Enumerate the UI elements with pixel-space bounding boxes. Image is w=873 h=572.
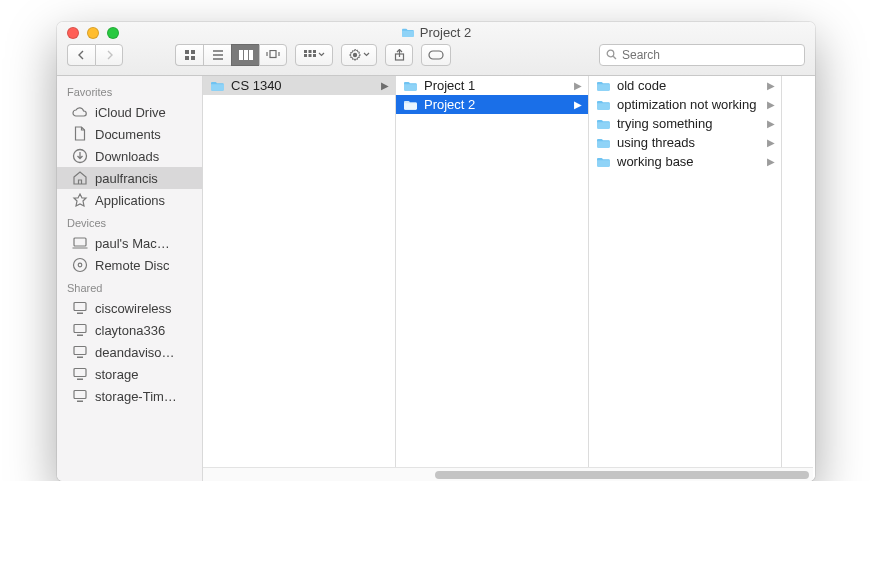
home-icon: [72, 170, 88, 186]
file-row[interactable]: old code▶: [589, 76, 781, 95]
sidebar-item[interactable]: Applications: [57, 189, 202, 211]
svg-point-22: [607, 50, 614, 57]
chevron-right-icon: ▶: [767, 80, 775, 91]
nav-buttons: [67, 44, 123, 66]
finder-window: Project 2: [57, 22, 815, 481]
sidebar-item[interactable]: Documents: [57, 123, 202, 145]
app-icon: [72, 192, 88, 208]
traffic-lights: [57, 27, 119, 39]
svg-rect-16: [304, 54, 307, 57]
share-button[interactable]: [385, 44, 413, 66]
forward-button[interactable]: [95, 44, 123, 66]
folder-icon: [402, 80, 418, 92]
svg-line-23: [613, 56, 616, 59]
sidebar-item-label: claytona336: [95, 323, 165, 338]
file-name: old code: [617, 78, 761, 93]
file-row[interactable]: using threads▶: [589, 133, 781, 152]
sidebar-item[interactable]: iCloud Drive: [57, 101, 202, 123]
sidebar-item[interactable]: paul's Mac…: [57, 232, 202, 254]
folder-icon: [595, 137, 611, 149]
column-browser: CS 1340▶ııProject 1▶Project 2▶ııold code…: [203, 76, 815, 481]
list-view-button[interactable]: [203, 44, 231, 66]
svg-rect-37: [74, 391, 86, 399]
sidebar-section-header: Favorites: [57, 80, 202, 101]
srv-icon: [72, 322, 88, 338]
search-input[interactable]: [622, 48, 798, 62]
svg-rect-15: [313, 50, 316, 53]
file-row[interactable]: CS 1340▶: [203, 76, 395, 95]
sidebar-item-label: Downloads: [95, 149, 159, 164]
sidebar-item[interactable]: Downloads: [57, 145, 202, 167]
file-row[interactable]: trying something▶: [589, 114, 781, 133]
svg-point-28: [78, 263, 82, 267]
svg-rect-31: [74, 325, 86, 333]
column-view-button[interactable]: [231, 44, 259, 66]
sidebar-item[interactable]: claytona336: [57, 319, 202, 341]
action-button[interactable]: [341, 44, 377, 66]
svg-rect-33: [74, 347, 86, 355]
srv-icon: [72, 300, 88, 316]
svg-rect-29: [74, 303, 86, 311]
svg-point-19: [352, 52, 356, 56]
file-row[interactable]: Project 1▶: [396, 76, 588, 95]
zoom-button[interactable]: [107, 27, 119, 39]
svg-rect-8: [244, 50, 248, 60]
svg-rect-2: [185, 56, 189, 60]
back-button[interactable]: [67, 44, 95, 66]
search-field[interactable]: [599, 44, 805, 66]
sidebar-item-label: iCloud Drive: [95, 105, 166, 120]
folder-icon: [209, 80, 225, 92]
toolbar: [57, 44, 815, 75]
icon-view-button[interactable]: [175, 44, 203, 66]
svg-rect-0: [185, 50, 189, 54]
search-icon: [606, 46, 617, 64]
tags-button[interactable]: [421, 44, 451, 66]
sidebar-item[interactable]: storage-Tim…: [57, 385, 202, 407]
svg-rect-7: [239, 50, 243, 60]
cloud-icon: [72, 104, 88, 120]
chevron-right-icon: ▶: [767, 118, 775, 129]
scrollbar-thumb[interactable]: [435, 471, 809, 479]
folder-icon: [595, 156, 611, 168]
sidebar-item[interactable]: Remote Disc: [57, 254, 202, 276]
file-row[interactable]: optimization not working▶: [589, 95, 781, 114]
chevron-right-icon: ▶: [574, 99, 582, 110]
sidebar-item-label: ciscowireless: [95, 301, 172, 316]
arrange-button[interactable]: [295, 44, 333, 66]
file-row[interactable]: Project 2▶: [396, 95, 588, 114]
chevron-right-icon: ▶: [767, 156, 775, 167]
chevron-right-icon: ▶: [574, 80, 582, 91]
horizontal-scrollbar[interactable]: [203, 467, 813, 481]
sidebar-item[interactable]: deandaviso…: [57, 341, 202, 363]
srv-icon: [72, 344, 88, 360]
coverflow-view-button[interactable]: [259, 44, 287, 66]
minimize-button[interactable]: [87, 27, 99, 39]
folder-icon: [595, 99, 611, 111]
sidebar-item-label: storage-Tim…: [95, 389, 177, 404]
disc-icon: [72, 257, 88, 273]
mac-icon: [72, 235, 88, 251]
sidebar-item[interactable]: paulfrancis: [57, 167, 202, 189]
sidebar-item[interactable]: storage: [57, 363, 202, 385]
svg-rect-32: [77, 335, 83, 337]
folder-icon: [595, 80, 611, 92]
svg-rect-36: [77, 379, 83, 381]
sidebar-section-header: Shared: [57, 276, 202, 297]
svg-rect-13: [304, 50, 307, 53]
folder-icon: [402, 99, 418, 111]
svg-rect-38: [77, 401, 83, 403]
file-row[interactable]: working base▶: [589, 152, 781, 171]
sidebar-item-label: Applications: [95, 193, 165, 208]
close-button[interactable]: [67, 27, 79, 39]
doc-icon: [72, 126, 88, 142]
svg-rect-14: [308, 50, 311, 53]
column: old code▶optimization not working▶trying…: [589, 76, 782, 481]
svg-rect-3: [191, 56, 195, 60]
down-icon: [72, 148, 88, 164]
svg-rect-9: [249, 50, 253, 60]
svg-point-27: [74, 259, 87, 272]
sidebar-item[interactable]: ciscowireless: [57, 297, 202, 319]
svg-rect-10: [270, 50, 276, 57]
sidebar: FavoritesiCloud DriveDocumentsDownloadsp…: [57, 76, 203, 481]
folder-icon: [595, 118, 611, 130]
